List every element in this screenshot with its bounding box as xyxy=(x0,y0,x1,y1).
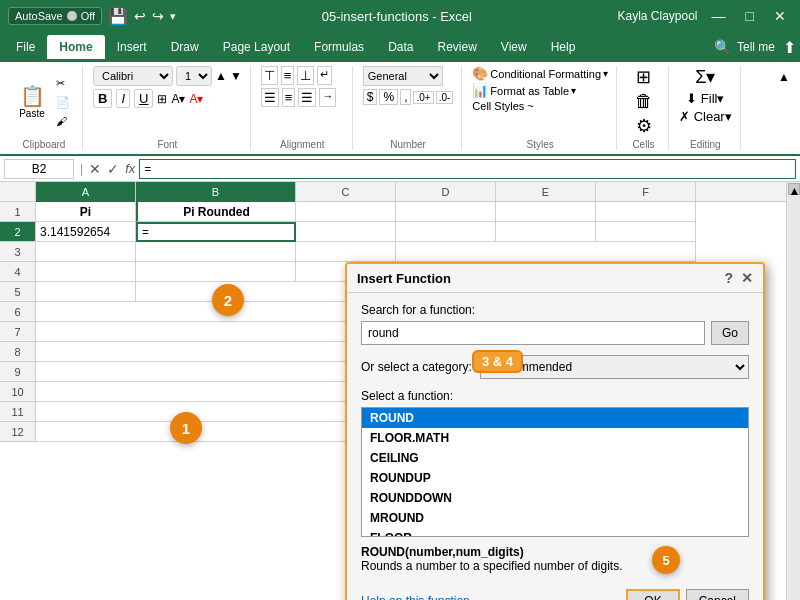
cells-label: Cells xyxy=(632,139,654,150)
paste-button[interactable]: 📋 Paste xyxy=(14,76,50,128)
tab-draw[interactable]: Draw xyxy=(159,35,211,59)
minimize-btn[interactable]: — xyxy=(706,6,732,26)
increase-decimal-icon[interactable]: .0+ xyxy=(413,91,433,104)
styles-group: 🎨 Conditional Formatting ▾ 📊 Format as T… xyxy=(464,66,617,150)
align-middle-icon[interactable]: ≡ xyxy=(281,66,295,85)
annotation-5: 5 xyxy=(652,546,680,574)
cut-button[interactable]: ✂ xyxy=(52,75,74,92)
undo-icon[interactable]: ↩ xyxy=(134,8,146,24)
alignment-group: ⊤ ≡ ⊥ ↵ ☰ ≡ ☰ → Alignment xyxy=(253,66,353,150)
clipboard-label: Clipboard xyxy=(23,139,66,150)
go-button[interactable]: Go xyxy=(711,321,749,345)
window-title: 05-insert-functions - Excel xyxy=(176,9,617,24)
collapse-ribbon-icon[interactable]: ▲ xyxy=(774,66,794,150)
cancel-formula-icon[interactable]: ✕ xyxy=(89,161,101,177)
tab-help[interactable]: Help xyxy=(539,35,588,59)
tell-me-label[interactable]: Tell me xyxy=(737,40,775,54)
function-floor-math[interactable]: FLOOR.MATH xyxy=(362,428,748,448)
autosave-toggle[interactable]: AutoSave Off xyxy=(8,7,102,25)
conditional-chevron[interactable]: ▾ xyxy=(603,68,608,79)
function-round[interactable]: ROUND xyxy=(362,408,748,428)
decrease-font-icon[interactable]: ▼ xyxy=(230,69,242,83)
function-mround[interactable]: MROUND xyxy=(362,508,748,528)
percent-icon[interactable]: % xyxy=(379,89,398,105)
help-link[interactable]: Help on this function xyxy=(361,594,470,600)
decrease-decimal-icon[interactable]: .0- xyxy=(436,91,454,104)
align-center-icon[interactable]: ≡ xyxy=(282,88,296,107)
italic-button[interactable]: I xyxy=(116,89,130,108)
function-floor[interactable]: FLOOR xyxy=(362,528,748,537)
title-bar-right: Kayla Claypool — □ ✕ xyxy=(617,6,792,26)
delete-cells-icon[interactable]: 🗑 xyxy=(635,91,653,112)
cancel-button[interactable]: Cancel xyxy=(686,589,749,600)
align-right-icon[interactable]: ☰ xyxy=(298,88,316,107)
align-top-icon[interactable]: ⊤ xyxy=(261,66,278,85)
tab-page-layout[interactable]: Page Layout xyxy=(211,35,302,59)
font-label: Font xyxy=(157,139,177,150)
tab-formulas[interactable]: Formulas xyxy=(302,35,376,59)
font-family-select[interactable]: Calibri xyxy=(93,66,173,86)
copy-button[interactable]: 📄 xyxy=(52,94,74,111)
formula-input[interactable] xyxy=(139,159,796,179)
indent-icon[interactable]: → xyxy=(319,88,336,107)
format-table-btn[interactable]: Format as Table xyxy=(490,85,569,97)
number-label: Number xyxy=(390,139,426,150)
underline-button[interactable]: U xyxy=(134,89,153,108)
format-painter-button[interactable]: 🖌 xyxy=(52,113,74,129)
conditional-formatting-icon: 🎨 xyxy=(472,66,488,81)
align-left-icon[interactable]: ☰ xyxy=(261,88,279,107)
cells-group: ⊞ 🗑 ⚙ Cells xyxy=(619,66,669,150)
redo-icon[interactable]: ↪ xyxy=(152,8,164,24)
close-btn[interactable]: ✕ xyxy=(768,6,792,26)
tab-home[interactable]: Home xyxy=(47,35,104,59)
formula-bar: | ✕ ✓ fx xyxy=(0,156,800,182)
ok-button[interactable]: OK xyxy=(626,589,679,600)
dialog-overlay: Insert Function ? ✕ Search for a functio… xyxy=(0,182,800,600)
wrap-text-icon[interactable]: ↵ xyxy=(317,66,332,85)
tab-view[interactable]: View xyxy=(489,35,539,59)
dialog-close-icon[interactable]: ✕ xyxy=(741,270,753,286)
format-table-chevron[interactable]: ▾ xyxy=(571,85,576,96)
fill-color-button[interactable]: A▾ xyxy=(171,92,185,106)
number-format-select[interactable]: General xyxy=(363,66,443,86)
border-button[interactable]: ⊞ xyxy=(157,92,167,106)
search-icon[interactable]: 🔍 xyxy=(714,39,731,55)
comma-icon[interactable]: , xyxy=(400,89,411,105)
insert-function-dialog: Insert Function ? ✕ Search for a functio… xyxy=(345,262,765,600)
autosave-dot xyxy=(67,11,77,21)
dialog-title-icons: ? ✕ xyxy=(724,270,753,286)
function-search-input[interactable] xyxy=(361,321,705,345)
share-icon[interactable]: ⬆ xyxy=(783,38,796,57)
function-rounddown[interactable]: ROUNDDOWN xyxy=(362,488,748,508)
tab-data[interactable]: Data xyxy=(376,35,425,59)
font-size-select[interactable]: 14 xyxy=(176,66,212,86)
format-cells-icon[interactable]: ⚙ xyxy=(636,115,652,137)
alignment-label: Alignment xyxy=(280,139,324,150)
increase-font-icon[interactable]: ▲ xyxy=(215,69,227,83)
maximize-btn[interactable]: □ xyxy=(740,6,760,26)
function-roundup[interactable]: ROUNDUP xyxy=(362,468,748,488)
dialog-help-icon[interactable]: ? xyxy=(724,270,733,286)
tab-file[interactable]: File xyxy=(4,35,47,59)
function-description: ROUND(number,num_digits) Rounds a number… xyxy=(361,545,749,581)
align-bottom-icon[interactable]: ⊥ xyxy=(297,66,314,85)
styles-label: Styles xyxy=(527,139,554,150)
insert-cells-icon[interactable]: ⊞ xyxy=(636,66,651,88)
save-icon[interactable]: 💾 xyxy=(108,7,128,26)
cell-styles-btn[interactable]: Cell Styles ~ xyxy=(472,100,533,112)
fill-icon[interactable]: ⬇ Fill▾ xyxy=(686,91,724,106)
tab-review[interactable]: Review xyxy=(425,35,488,59)
clear-icon[interactable]: ✗ Clear▾ xyxy=(679,109,732,124)
function-ceiling[interactable]: CEILING xyxy=(362,448,748,468)
ok-cancel-buttons: OK Cancel xyxy=(626,589,749,600)
tab-insert[interactable]: Insert xyxy=(105,35,159,59)
conditional-formatting-btn[interactable]: Conditional Formatting xyxy=(490,68,601,80)
currency-icon[interactable]: $ xyxy=(363,89,378,105)
functions-list[interactable]: ROUND FLOOR.MATH CEILING ROUNDUP ROUNDDO… xyxy=(361,407,749,537)
search-label: Search for a function: xyxy=(361,303,749,317)
name-box[interactable] xyxy=(4,159,74,179)
font-color-button[interactable]: A▾ xyxy=(189,92,203,106)
sum-icon[interactable]: Σ▾ xyxy=(695,66,715,88)
bold-button[interactable]: B xyxy=(93,89,112,108)
confirm-formula-icon[interactable]: ✓ xyxy=(107,161,119,177)
